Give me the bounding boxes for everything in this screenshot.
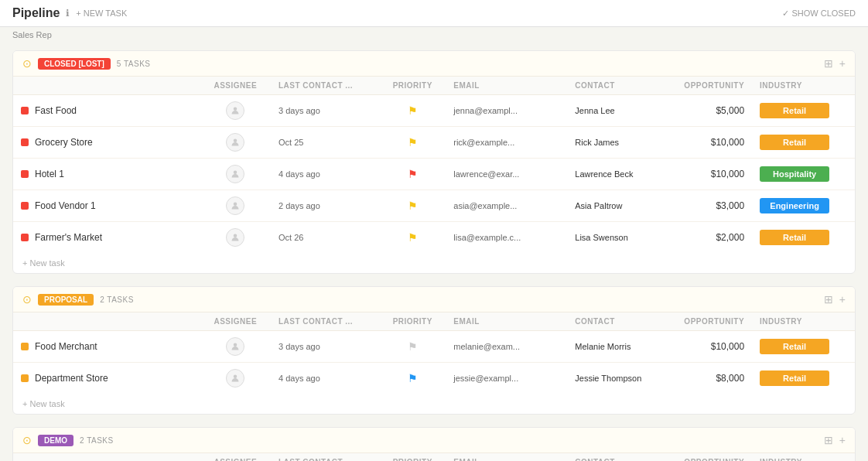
cell-assignee — [200, 222, 271, 254]
last-contact-value: Oct 26 — [279, 233, 303, 242]
cell-priority: ⚑ — [379, 222, 446, 254]
priority-flag[interactable]: ⚑ — [387, 104, 438, 117]
cell-industry: Engineering — [752, 190, 855, 222]
cell-opportunity: $10,000 — [661, 159, 752, 190]
last-contact-value: 3 days ago — [279, 106, 320, 115]
task-count: 5 TASKS — [117, 60, 151, 68]
col-opp-header: OPPORTUNITY — [661, 77, 752, 95]
table-row[interactable]: Farmer's Market Oct 26 ⚑ lisa@example.c.… — [13, 222, 855, 254]
cell-assignee — [200, 159, 271, 190]
status-dot — [21, 343, 29, 350]
industry-badge: Engineering — [760, 198, 829, 213]
table-icon[interactable]: ⊞ — [824, 434, 833, 446]
col-opp-header: OPPORTUNITY — [661, 312, 752, 331]
svg-point-5 — [234, 343, 238, 347]
row-item-name[interactable]: Hotel 1 — [35, 169, 64, 179]
cell-assignee — [200, 331, 271, 363]
assignee-circle[interactable] — [226, 133, 244, 152]
cell-last-contact: 3 days ago — [271, 95, 379, 127]
industry-badge: Retail — [760, 103, 829, 118]
col-priority-header: PRIORITY — [379, 312, 446, 331]
collapse-icon[interactable]: ⊙ — [22, 57, 32, 70]
contact-value: Lisa Swenson — [575, 233, 628, 242]
priority-flag[interactable]: ⚑ — [387, 231, 438, 244]
priority-flag[interactable]: ⚑ — [387, 340, 438, 353]
cell-opportunity: $3,000 — [661, 190, 752, 222]
last-contact-value: 4 days ago — [279, 374, 320, 383]
add-task-row: + New task — [13, 253, 855, 273]
cell-contact: Jenna Lee — [567, 95, 661, 127]
cell-email: melanie@exam... — [446, 331, 567, 363]
email-value: melanie@exam... — [453, 342, 520, 351]
show-closed-button[interactable]: ✓ SHOW CLOSED — [782, 9, 856, 19]
col-contact-header: CONTACT — [567, 453, 661, 461]
email-value: rick@example... — [453, 138, 514, 147]
cell-assignee — [200, 363, 271, 394]
table-row[interactable]: Fast Food 3 days ago ⚑ jenna@exampl... J… — [13, 95, 855, 127]
cell-priority: ⚑ — [379, 331, 446, 363]
table-icon[interactable]: ⊞ — [824, 57, 833, 70]
row-item-name[interactable]: Fast Food — [35, 105, 77, 116]
task-count: 2 TASKS — [100, 295, 134, 304]
svg-point-6 — [234, 375, 238, 379]
status-dot — [21, 107, 29, 114]
cell-assignee — [200, 127, 271, 159]
person-icon — [231, 342, 240, 351]
table-header: ASSIGNEE LAST CONTACT ... PRIORITY EMAIL… — [13, 453, 855, 461]
assignee-circle[interactable] — [226, 101, 244, 120]
col-email-header: EMAIL — [446, 77, 567, 95]
table-row[interactable]: Food Merchant 3 days ago ⚑ melanie@exam.… — [13, 331, 855, 363]
assignee-circle[interactable] — [226, 369, 244, 388]
status-dot — [21, 170, 29, 178]
table-row[interactable]: Department Store 4 days ago ⚑ jessie@exa… — [13, 363, 855, 394]
add-icon[interactable]: + — [839, 57, 846, 70]
cell-opportunity: $5,000 — [661, 95, 752, 127]
last-contact-value: 3 days ago — [279, 342, 320, 351]
new-task-button[interactable]: + NEW TASK — [76, 9, 127, 18]
cell-opportunity: $8,000 — [661, 363, 752, 394]
table-demo: ASSIGNEE LAST CONTACT ... PRIORITY EMAIL… — [13, 453, 855, 461]
cell-last-contact: 3 days ago — [271, 331, 379, 363]
table-closed-lost: ASSIGNEE LAST CONTACT ... PRIORITY EMAIL… — [13, 77, 855, 253]
add-task-row: + New task — [13, 394, 855, 414]
table-row[interactable]: Hotel 1 4 days ago ⚑ lawrence@exar... La… — [13, 159, 855, 190]
table-row[interactable]: Grocery Store Oct 25 ⚑ rick@example... R… — [13, 127, 855, 159]
info-icon[interactable]: ℹ — [66, 8, 70, 19]
col-assignee-header: ASSIGNEE — [200, 453, 271, 461]
priority-flag[interactable]: ⚑ — [387, 168, 438, 180]
priority-flag[interactable]: ⚑ — [387, 136, 438, 149]
svg-point-1 — [234, 139, 238, 143]
collapse-icon[interactable]: ⊙ — [22, 434, 32, 446]
row-item-name[interactable]: Grocery Store — [35, 137, 93, 148]
assignee-circle[interactable] — [226, 228, 244, 247]
add-task-link[interactable]: + New task — [22, 399, 65, 408]
section-header-proposal: ⊙ PROPOSAL 2 TASKS ⊞ + — [13, 287, 855, 312]
cell-last-contact: Oct 25 — [271, 127, 379, 159]
sub-title: Sales Rep — [0, 27, 868, 44]
row-item-name[interactable]: Farmer's Market — [35, 232, 102, 243]
row-item-name[interactable]: Food Vendor 1 — [35, 200, 96, 211]
cell-assignee — [200, 95, 271, 127]
person-icon — [231, 138, 240, 147]
add-icon[interactable]: + — [839, 434, 846, 446]
priority-flag[interactable]: ⚑ — [387, 372, 438, 384]
add-icon[interactable]: + — [839, 293, 846, 306]
cell-name: Grocery Store — [13, 127, 200, 159]
table-icon[interactable]: ⊞ — [824, 293, 833, 306]
col-assignee-header: ASSIGNEE — [200, 312, 271, 331]
section-badge: DEMO — [38, 435, 73, 446]
row-item-name[interactable]: Department Store — [35, 373, 108, 384]
add-task-link[interactable]: + New task — [22, 258, 65, 268]
row-item-name[interactable]: Food Merchant — [35, 341, 97, 352]
collapse-icon[interactable]: ⊙ — [22, 293, 32, 306]
assignee-circle[interactable] — [226, 337, 244, 356]
assignee-circle[interactable] — [226, 196, 244, 215]
person-icon — [231, 106, 240, 115]
cell-opportunity: $2,000 — [661, 222, 752, 254]
section-actions: ⊞ + — [824, 434, 846, 446]
assignee-circle[interactable] — [226, 165, 244, 183]
priority-flag[interactable]: ⚑ — [387, 200, 438, 212]
contact-value: Rick James — [575, 138, 619, 147]
industry-badge: Retail — [760, 339, 829, 354]
table-row[interactable]: Food Vendor 1 2 days ago ⚑ asia@example.… — [13, 190, 855, 222]
